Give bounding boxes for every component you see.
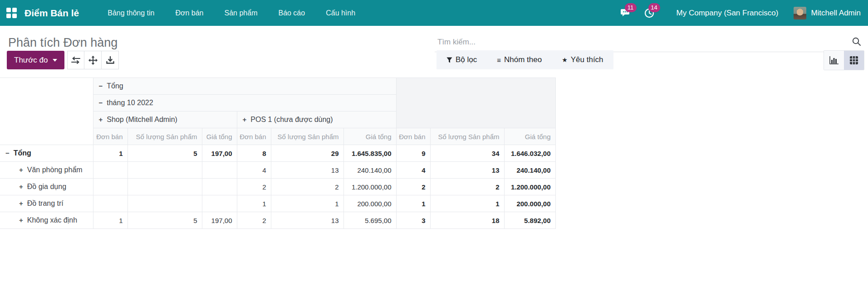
cell: 1.646.032,00 (504, 145, 555, 162)
pivot-header-empty-cell (396, 78, 555, 128)
cell: 3 (396, 212, 430, 229)
favorites-button[interactable]: ★ Yêu thích (562, 55, 603, 64)
cell: 8 (237, 145, 271, 162)
page-title: Phân tích Đơn hàng (8, 36, 118, 50)
table-row: +Văn phòng phẩm 4 13 240.140,00 4 13 240… (0, 162, 555, 179)
col-header-total[interactable]: −Tổng (93, 78, 396, 95)
cell: 13 (271, 212, 343, 229)
cell: 200.000,00 (343, 195, 396, 212)
row-header-category[interactable]: +Văn phòng phẩm (0, 162, 93, 179)
row-header-category[interactable]: +Không xác định (0, 212, 93, 229)
table-row: +Đồ gia dụng 2 2 1.200.000,00 2 2 1.200.… (0, 179, 555, 195)
control-panel: Phân tích Đơn hàng Tìm kiếm... Thước đo (0, 26, 868, 77)
filter-funnel-icon (446, 57, 452, 63)
pivot-table: −Tổng −tháng 10 2022 +Shop (Mitchell Adm… (0, 78, 556, 229)
view-switcher (824, 50, 864, 70)
cell: 9 (396, 145, 430, 162)
expand-icon: + (19, 183, 23, 190)
apps-menu-icon[interactable] (6, 8, 17, 19)
cell: 2 (430, 179, 504, 195)
cell: 1 (93, 212, 128, 229)
search-input[interactable]: Tìm kiếm... (435, 32, 864, 52)
menu-settings[interactable]: Cấu hình (315, 0, 366, 26)
measures-button[interactable]: Thước đo (7, 51, 64, 69)
cell: 5.695,00 (343, 212, 396, 229)
cell: 29 (271, 145, 343, 162)
measure-header[interactable]: Số lượng Sản phẩm (128, 128, 202, 145)
download-icon (106, 56, 114, 64)
expand-icon: + (19, 166, 23, 174)
search-icon[interactable] (852, 37, 862, 47)
flip-axis-button[interactable] (67, 51, 84, 69)
cell: 2 (237, 179, 271, 195)
measures-button-label: Thước đo (14, 56, 48, 65)
expand-icon: + (243, 116, 247, 123)
cell: 2 (396, 179, 430, 195)
col-header-month[interactable]: −tháng 10 2022 (93, 95, 396, 112)
app-title[interactable]: Điểm Bán lẻ (25, 8, 79, 19)
search-placeholder: Tìm kiếm... (435, 38, 476, 47)
cell: 240.140,00 (343, 162, 396, 179)
cell (202, 195, 237, 212)
download-xlsx-button[interactable] (102, 51, 119, 69)
cell (202, 162, 237, 179)
menu-reports[interactable]: Báo cáo (268, 0, 315, 26)
row-header-category[interactable]: +Đồ gia dụng (0, 179, 93, 195)
cell: 197,00 (202, 145, 237, 162)
col-header-pos1[interactable]: +POS 1 (chưa được dùng) (237, 112, 396, 128)
cell: 1.645.835,00 (343, 145, 396, 162)
activities-button[interactable]: 14 (639, 4, 659, 22)
chevron-down-icon (53, 59, 57, 62)
measure-header[interactable]: Đơn bán (237, 128, 271, 145)
cell (93, 179, 128, 195)
cell: 4 (396, 162, 430, 179)
group-by-button[interactable]: ≡ Nhóm theo (497, 55, 542, 64)
table-row: +Đồ trang trí 1 1 200.000,00 1 1 200.000… (0, 195, 555, 212)
cell (93, 162, 128, 179)
cell: 200.000,00 (504, 195, 555, 212)
menu-dashboard[interactable]: Bảng thông tin (97, 0, 165, 26)
expand-all-icon (88, 56, 98, 65)
pivot-grid-icon (849, 56, 858, 65)
group-by-icon: ≡ (497, 56, 501, 64)
measure-header[interactable]: Số lượng Sản phẩm (430, 128, 504, 145)
messages-button[interactable]: 11 (616, 4, 636, 22)
menu-products[interactable]: Sản phẩm (214, 0, 268, 26)
top-navbar: Điểm Bán lẻ Bảng thông tin Đơn bán Sản p… (0, 0, 868, 26)
cell: 2 (237, 212, 271, 229)
cell: 5.892,00 (504, 212, 555, 229)
cell: 34 (430, 145, 504, 162)
col-header-shop[interactable]: +Shop (Mitchell Admin) (93, 112, 237, 128)
measure-header[interactable]: Đơn bán (396, 128, 430, 145)
cell (202, 179, 237, 195)
cell: 13 (430, 162, 504, 179)
expand-all-button[interactable] (84, 51, 102, 69)
row-header-total[interactable]: −Tổng (0, 145, 93, 162)
cell: 1 (93, 145, 128, 162)
menu-orders[interactable]: Đơn bán (165, 0, 214, 26)
group-by-label: Nhóm theo (504, 55, 542, 64)
row-header-category[interactable]: +Đồ trang trí (0, 195, 93, 212)
pivot-corner-cell (0, 78, 93, 145)
collapse-icon: − (99, 99, 103, 107)
collapse-icon: − (5, 149, 10, 157)
measure-header[interactable]: Giá tổng (504, 128, 555, 145)
table-row: −Tổng 1 5 197,00 8 29 1.645.835,00 9 34 … (0, 145, 555, 162)
measure-header[interactable]: Giá tổng (343, 128, 396, 145)
cell: 1 (237, 195, 271, 212)
company-switcher[interactable]: My Company (San Francisco) (677, 9, 779, 18)
cell: 2 (271, 179, 343, 195)
main-menu: Bảng thông tin Đơn bán Sản phẩm Báo cáo … (97, 0, 366, 26)
graph-view-button[interactable] (824, 51, 844, 70)
user-name: Mitchell Admin (811, 9, 861, 18)
pivot-view-button[interactable] (844, 51, 864, 70)
cell: 1.200.000,00 (504, 179, 555, 195)
cell: 197,00 (202, 212, 237, 229)
user-menu[interactable]: Mitchell Admin (794, 7, 861, 19)
cell: 18 (430, 212, 504, 229)
filters-button[interactable]: Bộ lọc (446, 55, 477, 64)
measure-header[interactable]: Giá tổng (202, 128, 237, 145)
measure-header[interactable]: Đơn bán (93, 128, 128, 145)
measure-header[interactable]: Số lượng Sản phẩm (271, 128, 343, 145)
cell: 5 (128, 145, 202, 162)
